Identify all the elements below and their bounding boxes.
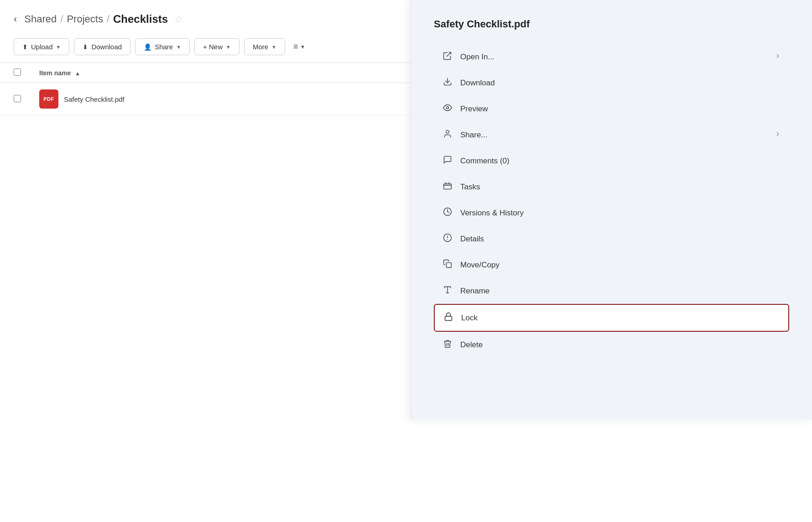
pdf-file-icon: PDF: [39, 89, 58, 109]
menu-item-download-left: Download: [442, 77, 495, 89]
row-file-name-cell: PDF Safety Checklist.pdf: [26, 83, 411, 115]
file-name[interactable]: Safety Checklist.pdf: [64, 95, 125, 103]
menu-item-share-left: Share...: [442, 129, 488, 141]
header-checkbox-col: [0, 63, 26, 83]
menu-item-delete[interactable]: Delete: [434, 332, 789, 358]
menu-item-preview-label: Preview: [460, 104, 488, 114]
upload-dropdown-icon: ▼: [56, 44, 61, 50]
menu-item-lock[interactable]: Lock: [434, 304, 789, 332]
more-button[interactable]: More ▼: [244, 38, 285, 55]
menu-item-delete-left: Delete: [442, 339, 483, 350]
context-panel-title: Safety Checklist.pdf: [434, 18, 789, 30]
more-dropdown-icon: ▼: [271, 44, 276, 50]
lock-icon: [443, 312, 454, 324]
menu-item-details-label: Details: [460, 235, 484, 244]
delete-icon: [442, 339, 453, 350]
download-icon: [442, 77, 453, 89]
menu-item-open-in-label: Open In...: [460, 52, 494, 62]
tasks-icon: [442, 181, 453, 193]
upload-label: Upload: [31, 43, 53, 51]
breadcrumb-projects[interactable]: Projects: [67, 13, 103, 25]
breadcrumb-sep-2: /: [107, 13, 109, 25]
share-button[interactable]: 👤 Share ▼: [135, 38, 190, 55]
table-row[interactable]: PDF Safety Checklist.pdf: [0, 83, 411, 115]
new-button[interactable]: + New ▼: [194, 38, 239, 55]
svg-point-3: [446, 130, 449, 134]
menu-item-download[interactable]: Download: [434, 70, 789, 96]
menu-item-versions[interactable]: Versions & History: [434, 200, 789, 226]
svg-rect-12: [445, 316, 452, 320]
upload-icon: ⬆: [22, 43, 28, 51]
menu-item-open-in[interactable]: Open In...: [434, 44, 789, 70]
breadcrumb-current: Checklists: [113, 13, 168, 26]
menu-item-preview-left: Preview: [442, 103, 488, 115]
menu-item-rename[interactable]: Rename: [434, 278, 789, 304]
menu-item-open-in-left: Open In...: [442, 51, 494, 63]
select-all-checkbox[interactable]: [14, 68, 21, 76]
comments-icon: [442, 155, 453, 167]
menu-item-details-left: Details: [442, 233, 484, 245]
menu-item-preview[interactable]: Preview: [434, 96, 789, 122]
download-icon: ⬇: [83, 43, 88, 51]
toolbar: ⬆ Upload ▼ ⬇ Download 👤 Share ▼ + New ▼ …: [0, 35, 411, 63]
menu-item-share[interactable]: Share...: [434, 122, 789, 148]
pdf-icon-label: PDF: [43, 96, 54, 102]
menu-item-versions-left: Versions & History: [442, 207, 524, 219]
download-button[interactable]: ⬇ Download: [74, 38, 130, 55]
preview-icon: [442, 103, 453, 115]
row-checkbox-col: [0, 83, 26, 115]
menu-item-tasks-left: Tasks: [442, 181, 480, 193]
menu-item-comments-label: Comments (0): [460, 157, 510, 166]
menu-item-comments[interactable]: Comments (0): [434, 148, 789, 174]
svg-rect-9: [447, 263, 452, 268]
view-chevron-icon: ▼: [300, 44, 306, 50]
menu-item-versions-label: Versions & History: [460, 209, 524, 218]
menu-item-delete-label: Delete: [460, 340, 483, 350]
menu-item-comments-left: Comments (0): [442, 155, 510, 167]
new-label: + New: [203, 43, 223, 51]
menu-item-move-copy[interactable]: Move/Copy: [434, 252, 789, 278]
share-label: Share: [155, 43, 173, 51]
open-in-icon: [442, 51, 453, 63]
open-in-chevron-icon: [775, 53, 781, 61]
new-dropdown-icon: ▼: [226, 44, 231, 50]
view-toggle[interactable]: ≡ ▼: [293, 42, 305, 52]
favorite-icon[interactable]: ☆: [174, 13, 183, 25]
details-icon: [442, 233, 453, 245]
upload-button[interactable]: ⬆ Upload ▼: [14, 38, 69, 55]
menu-item-details[interactable]: Details: [434, 226, 789, 252]
menu-item-lock-label: Lock: [461, 313, 478, 323]
menu-item-rename-left: Rename: [442, 285, 489, 297]
row-checkbox[interactable]: [14, 95, 21, 102]
context-panel: Safety Checklist.pdf Open In...DownloadP…: [411, 0, 812, 420]
rename-icon: [442, 285, 453, 297]
list-view-icon: ≡: [293, 42, 298, 52]
versions-icon: [442, 207, 453, 219]
breadcrumb: ‹ Shared / Projects / Checklists ☆: [0, 0, 411, 35]
svg-point-2: [447, 107, 449, 109]
column-name-label: Item name: [39, 69, 71, 77]
share-dropdown-icon: ▼: [176, 44, 181, 50]
more-label: More: [253, 43, 268, 51]
menu-item-tasks[interactable]: Tasks: [434, 174, 789, 200]
sort-icon: ▲: [75, 70, 80, 77]
menu-item-move-copy-label: Move/Copy: [460, 261, 500, 270]
column-item-name[interactable]: Item name ▲: [26, 63, 411, 83]
menu-item-share-label: Share...: [460, 130, 488, 140]
menu-item-move-copy-left: Move/Copy: [442, 259, 500, 271]
move-copy-icon: [442, 259, 453, 271]
menu-item-rename-label: Rename: [460, 287, 489, 296]
file-table: Item name ▲ PDF Safety Checklist.pdf: [0, 63, 411, 115]
share-icon: 👤: [144, 43, 151, 51]
breadcrumb-sep-1: /: [60, 13, 63, 25]
svg-rect-4: [444, 184, 452, 189]
breadcrumb-shared[interactable]: Shared: [24, 13, 57, 25]
download-label: Download: [91, 43, 122, 51]
menu-item-lock-left: Lock: [443, 312, 478, 324]
menu-item-tasks-label: Tasks: [460, 183, 480, 192]
menu-item-download-label: Download: [460, 78, 495, 88]
share-icon: [442, 129, 453, 141]
back-button[interactable]: ‹: [14, 13, 17, 25]
context-menu-list: Open In...DownloadPreviewShare...Comment…: [434, 44, 789, 358]
share-chevron-icon: [775, 131, 781, 139]
